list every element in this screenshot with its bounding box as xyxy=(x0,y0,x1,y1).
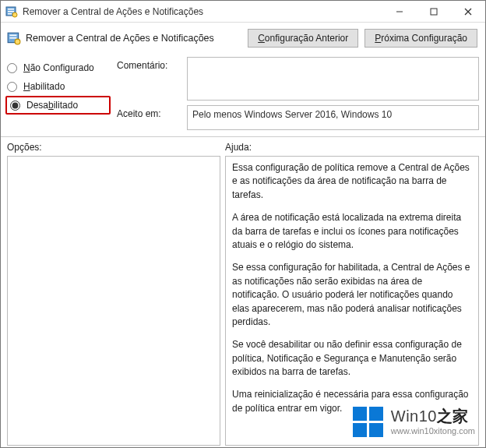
help-paragraph: Se você desabilitar ou não definir essa … xyxy=(232,338,472,379)
radio-enabled-input[interactable] xyxy=(7,82,17,92)
radio-disabled[interactable]: Desabilitado xyxy=(5,96,111,115)
policy-title: Remover a Central de Ações e Notificaçõe… xyxy=(26,33,214,44)
window-title: Remover a Central de Ações e Notificaçõe… xyxy=(23,6,382,17)
comment-input[interactable] xyxy=(187,57,479,101)
gpedit-icon xyxy=(5,5,18,18)
titlebar: Remover a Central de Ações e Notificaçõe… xyxy=(1,1,485,23)
watermark-text: Win10之家 xyxy=(391,407,475,425)
svg-rect-10 xyxy=(9,35,16,37)
maximize-button[interactable] xyxy=(417,1,451,22)
config-area: Não Configurado Habilitado Desabilitado … xyxy=(1,54,485,137)
comment-label: Comentário: xyxy=(117,57,181,71)
radio-enabled[interactable]: Habilitado xyxy=(5,77,111,96)
windows-logo-icon xyxy=(353,407,383,437)
supported-label: Aceito em: xyxy=(117,105,181,119)
supported-box: Pelo menos Windows Server 2016, Windows … xyxy=(187,105,479,130)
help-paragraph: Essa configuração de política remove a C… xyxy=(232,161,472,202)
next-setting-button[interactable]: Próxima Configuração xyxy=(364,29,477,48)
help-paragraph: Se essa configuração for habilitada, a C… xyxy=(232,261,472,329)
help-panel[interactable]: Essa configuração de política remove a C… xyxy=(225,156,479,446)
svg-point-12 xyxy=(15,39,20,44)
radio-not-configured-input[interactable] xyxy=(7,63,17,73)
svg-rect-3 xyxy=(8,13,12,15)
watermark: Win10之家 www.win10xitong.com xyxy=(353,407,475,437)
options-label: Opções: xyxy=(7,142,225,153)
help-label: Ajuda: xyxy=(225,142,252,153)
svg-rect-1 xyxy=(8,9,14,10)
policy-icon xyxy=(7,31,21,45)
radio-disabled-input[interactable] xyxy=(10,101,20,111)
minimize-button[interactable] xyxy=(382,1,417,22)
header-row: Remover a Central de Ações e Notificaçõe… xyxy=(1,23,485,54)
svg-rect-11 xyxy=(9,37,16,39)
options-panel[interactable] xyxy=(7,156,220,446)
prev-setting-button[interactable]: Configuração Anterior xyxy=(248,29,358,48)
svg-rect-6 xyxy=(431,9,437,15)
watermark-url: www.win10xitong.com xyxy=(391,426,475,436)
svg-point-4 xyxy=(12,12,17,17)
lower-labels: Opções: Ajuda: xyxy=(1,137,485,156)
svg-rect-2 xyxy=(8,11,14,12)
close-button[interactable] xyxy=(451,1,485,22)
radio-not-configured[interactable]: Não Configurado xyxy=(5,58,111,77)
split-area: Essa configuração de política remove a C… xyxy=(1,156,485,447)
help-paragraph: A área de notificação está localizada na… xyxy=(232,211,472,252)
